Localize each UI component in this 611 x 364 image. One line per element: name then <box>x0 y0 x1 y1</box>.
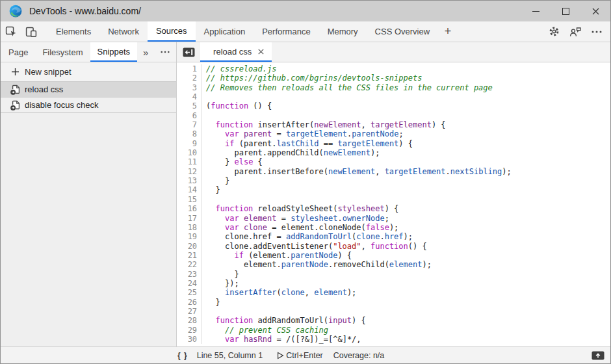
editor-tab-reload-css[interactable]: reload css <box>200 42 272 62</box>
code-text[interactable]: // prevent CSS caching <box>202 326 328 335</box>
code-text[interactable]: parent.insertBefore(newElement, targetEl… <box>202 167 512 176</box>
line-number[interactable]: 14 <box>177 185 202 194</box>
code-text[interactable]: } else { <box>202 157 263 166</box>
panel-tab-performance[interactable]: Performance <box>254 21 318 42</box>
code-editor[interactable]: 1// cssreload.js2// https://github.com/b… <box>177 62 610 346</box>
code-text[interactable]: function insertAfter(newElement, targetE… <box>202 120 445 129</box>
code-text[interactable]: // cssreload.js <box>202 64 276 73</box>
minimize-icon <box>532 11 540 12</box>
navigator-tab-page[interactable]: Page <box>1 42 35 62</box>
code-text[interactable]: var hasRnd = /([?&])_=[^&]*/, <box>202 335 361 344</box>
line-number[interactable]: 4 <box>177 92 202 101</box>
code-text[interactable]: clone.href = addRandomToUrl(clone.href); <box>202 232 413 241</box>
line-number[interactable]: 1 <box>177 64 202 73</box>
line-number[interactable]: 21 <box>177 251 202 260</box>
code-text[interactable]: function reloadStyleSheet(stylesheet) { <box>202 204 398 213</box>
pretty-print-button[interactable]: { } <box>177 351 188 360</box>
code-text[interactable]: function addRandomToUrl(input) { <box>202 316 366 325</box>
titlebar[interactable]: DevTools - www.baidu.com/ <box>1 1 610 21</box>
code-text[interactable]: // https://github.com/bgrins/devtools-sn… <box>202 73 422 83</box>
code-text[interactable]: } <box>202 298 220 307</box>
code-text[interactable]: } <box>202 185 220 194</box>
code-text[interactable]: var parent = targetElement.parentNode; <box>202 129 404 138</box>
line-number[interactable]: 12 <box>177 167 202 176</box>
inspect-element-button[interactable] <box>1 21 21 42</box>
run-snippet-button[interactable]: Ctrl+Enter <box>276 351 323 360</box>
code-line: 20 clone.addEventListener("load", functi… <box>177 242 610 251</box>
code-text[interactable]: element.parentNode.removeChild(element); <box>202 260 432 269</box>
code-text[interactable] <box>202 195 206 204</box>
line-number[interactable]: 5 <box>177 101 202 110</box>
expand-drawer-button[interactable] <box>592 351 604 360</box>
panel-tab-elements[interactable]: Elements <box>47 21 99 42</box>
code-text[interactable]: parent.appendChild(newElement); <box>202 148 380 157</box>
code-text[interactable] <box>202 307 206 316</box>
close-tab-icon[interactable] <box>258 49 264 55</box>
navigator-overflow-button[interactable]: » <box>137 42 154 62</box>
more-tools-button[interactable]: + <box>438 21 458 42</box>
line-number[interactable]: 29 <box>177 326 202 335</box>
code-text[interactable]: var clone = element.cloneNode(false); <box>202 223 398 232</box>
code-text[interactable]: var element = stylesheet.ownerNode; <box>202 214 389 223</box>
panel-tab-application[interactable]: Application <box>196 21 254 42</box>
line-number[interactable]: 2 <box>177 73 202 83</box>
line-number[interactable]: 28 <box>177 316 202 325</box>
line-number[interactable]: 8 <box>177 129 202 138</box>
code-text[interactable]: insertAfter(clone, element); <box>202 288 356 297</box>
sources-panel: PageFilesystemSnippets» New snippet relo… <box>1 42 610 346</box>
code-text[interactable]: if (parent.lastChild == targetElement) { <box>202 139 413 148</box>
line-number[interactable]: 16 <box>177 204 202 213</box>
line-number[interactable]: 20 <box>177 242 202 251</box>
settings-gear-button[interactable] <box>549 26 560 37</box>
line-number[interactable]: 17 <box>177 214 202 223</box>
more-menu-button[interactable] <box>592 31 602 33</box>
line-number[interactable]: 26 <box>177 298 202 307</box>
snippet-item-reload-css[interactable]: reload css <box>1 82 176 98</box>
navigator-more-button[interactable] <box>154 42 176 62</box>
navigator-tab-snippets[interactable]: Snippets <box>90 42 138 62</box>
minimize-button[interactable] <box>521 1 551 21</box>
line-number[interactable]: 30 <box>177 335 202 344</box>
code-text[interactable]: if (element.parentNode) { <box>202 251 352 260</box>
line-number[interactable]: 10 <box>177 148 202 157</box>
line-number[interactable]: 22 <box>177 260 202 269</box>
close-button[interactable] <box>580 1 610 21</box>
device-toolbar-button[interactable] <box>21 21 41 42</box>
line-number[interactable]: 27 <box>177 307 202 316</box>
panel-tab-memory[interactable]: Memory <box>319 21 367 42</box>
snippet-item-disable-focus-check[interactable]: disable focus check <box>1 98 176 113</box>
code-line: 23 } <box>177 270 610 279</box>
code-text[interactable]: // Removes then reloads all the CSS file… <box>202 83 493 92</box>
line-number[interactable]: 24 <box>177 279 202 288</box>
line-number[interactable]: 15 <box>177 195 202 204</box>
expand-drawer-icon <box>592 351 604 360</box>
code-text[interactable]: } <box>202 176 229 185</box>
line-number[interactable]: 6 <box>177 111 202 120</box>
snippet-list: reload cssdisable focus check <box>1 82 176 113</box>
hide-navigator-button[interactable] <box>177 42 200 62</box>
code-text[interactable]: clone.addEventListener("load", function(… <box>202 242 427 251</box>
maximize-button[interactable] <box>551 1 580 21</box>
line-number[interactable]: 7 <box>177 120 202 129</box>
line-number[interactable]: 13 <box>177 176 202 185</box>
line-number[interactable]: 18 <box>177 223 202 232</box>
line-number[interactable]: 9 <box>177 139 202 148</box>
line-number[interactable]: 3 <box>177 83 202 92</box>
code-line: 6 <box>177 111 610 120</box>
panel-tab-css-overview[interactable]: CSS Overview <box>367 21 439 42</box>
panel-tab-network[interactable]: Network <box>99 21 148 42</box>
code-text[interactable] <box>202 92 206 101</box>
line-number[interactable]: 19 <box>177 232 202 241</box>
code-text[interactable]: } <box>202 270 239 279</box>
code-text[interactable]: (function () { <box>202 101 272 110</box>
editor-tab-label: reload css <box>213 47 252 57</box>
feedback-button[interactable] <box>569 27 582 37</box>
panel-tab-sources[interactable]: Sources <box>148 21 196 42</box>
line-number[interactable]: 23 <box>177 270 202 279</box>
code-text[interactable]: }); <box>202 279 239 288</box>
line-number[interactable]: 11 <box>177 157 202 166</box>
new-snippet-button[interactable]: New snippet <box>1 62 176 82</box>
code-text[interactable] <box>202 111 206 120</box>
line-number[interactable]: 25 <box>177 288 202 297</box>
navigator-tab-filesystem[interactable]: Filesystem <box>35 42 90 62</box>
